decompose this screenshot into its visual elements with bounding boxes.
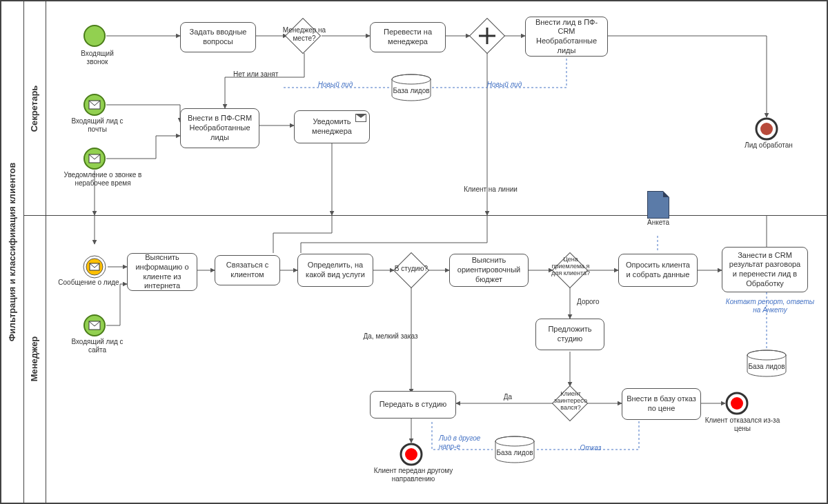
datastore-leads-1-label: База лидов <box>391 87 432 95</box>
document-questionnaire-label: Анкета <box>638 219 679 227</box>
start-event-call <box>83 24 106 48</box>
datastore-leads-3-label: База лидов <box>494 449 535 457</box>
start-event-mail <box>83 93 106 117</box>
anno-new-lead-2: Новый лид <box>477 81 532 89</box>
end-event-passed-other-label: Клиент передан другому направлению <box>368 467 458 483</box>
edge-no-busy-label: Нет или занят <box>233 70 295 79</box>
start-event-call-label: Входящий звонок <box>70 50 125 66</box>
pool-title-strip: Фильтрация и классификация клиентов <box>1 1 24 503</box>
edge-yes-small-label: Да, мелкий заказ <box>356 332 425 341</box>
svg-point-10 <box>760 123 773 135</box>
task-transfer-manager: Перевести на менеджера <box>370 22 446 52</box>
end-event-refused-price-label: Клиент отказался из-за цены <box>701 416 784 433</box>
end-event-lead-processed <box>755 117 778 141</box>
task-get-client-info: Выяснить информацию о клиенте из интерне… <box>127 253 197 291</box>
start-event-site-lead-label: Входящий лид с сайта <box>70 338 125 354</box>
task-enter-refusal: Внести в базу отказ по цене <box>622 388 701 420</box>
pool-title: Фильтрация и классификация клиентов <box>8 163 18 342</box>
message-icon <box>355 114 366 122</box>
intermediate-event-message-lead-label: Сообщение о лиде <box>52 279 125 287</box>
svg-point-26 <box>731 397 743 410</box>
start-event-mail-label: Входящий лид с почты <box>70 117 125 134</box>
gateway-client-interested-label: Клиент заинтересо вался? <box>547 391 594 412</box>
start-event-site-lead <box>83 314 106 337</box>
gateway-price-ok-label: Цена приемлема я для клиента? <box>547 256 594 277</box>
end-event-refused-price <box>725 392 749 415</box>
gateway-parallel <box>471 20 503 52</box>
edge-yes-label: Да <box>494 393 522 401</box>
anno-refusal: Отказ <box>570 444 611 452</box>
intermediate-event-message-lead <box>83 255 106 279</box>
svg-point-0 <box>84 26 105 46</box>
start-event-offhours <box>83 147 106 170</box>
task-contact-client: Связаться с клиентом <box>215 255 280 285</box>
task-enter-lead-crm: Внести лид в ПФ-CRM Необработанные лиды <box>525 17 608 57</box>
datastore-leads-2-label: База лидов <box>746 363 787 371</box>
lane-manager: Менеджер <box>23 215 828 503</box>
anno-contact-report: Контакт репорт, ответы на Анкету <box>725 298 815 314</box>
lane-secretary: Секретарь <box>23 1 828 216</box>
task-enter-crm-result: Занести в CRM результат разговора и пере… <box>722 247 808 292</box>
gateway-in-studio-label: В студию? <box>392 265 431 273</box>
task-find-budget: Выяснить ориентировочный бюджет <box>449 254 529 287</box>
lane-secretary-title-strip: Секретарь <box>23 1 46 215</box>
gateway-manager-there-label: Менеджер на месте? <box>277 26 332 43</box>
anno-new-lead-1: Новый лид <box>308 81 363 89</box>
task-offer-studio: Предложить студию <box>535 319 604 350</box>
edge-client-on-line-label: Клиент на линии <box>463 185 518 194</box>
end-event-passed-other <box>400 443 423 466</box>
document-questionnaire-icon <box>647 191 669 219</box>
end-event-lead-processed-label: Лид обработан <box>741 141 796 150</box>
start-event-offhours-label: Уведомление о звонке в нерабочее время <box>58 171 148 188</box>
task-pass-studio: Передать в студию <box>370 391 456 419</box>
task-survey-client: Опросить клиента и собрать данные <box>618 254 698 287</box>
bpmn-diagram: Фильтрация и классификация клиентов Секр… <box>0 0 828 504</box>
svg-point-22 <box>405 448 417 461</box>
task-enter-crm-unprocessed: Внести в ПФ-CRM Необработанные лиды <box>180 108 259 148</box>
task-notify-manager: Уведомить менеджера <box>294 110 370 143</box>
anno-lead-other-dir: Лид в другое напр-е <box>439 434 494 451</box>
lane-manager-title: Менеджер <box>30 336 40 382</box>
task-define-service: Определить, на какой вид услуги <box>297 254 373 287</box>
lane-secretary-title: Секретарь <box>30 85 40 132</box>
edge-expensive-label: Дорого <box>577 298 618 306</box>
lane-manager-title-strip: Менеджер <box>23 215 46 503</box>
task-ask-intro: Задать вводные вопросы <box>180 22 256 52</box>
